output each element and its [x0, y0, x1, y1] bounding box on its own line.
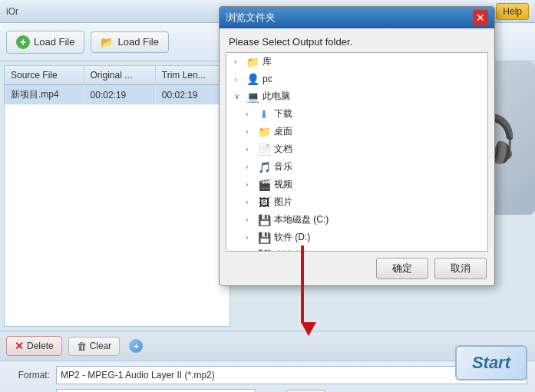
table-row[interactable]: 新项目.mp4 00:02:19 00:02:19 — [5, 85, 230, 105]
add-button[interactable]: + — [129, 339, 143, 353]
add-load-file-button[interactable]: + Load File — [6, 31, 84, 54]
cancel-button[interactable]: 取消 — [434, 258, 487, 279]
cell-original: 00:02:19 — [84, 85, 155, 105]
app-window: iOr Help + Load File 📂 Load File Source … — [0, 0, 535, 392]
downloads-folder-icon: ⬇ — [256, 108, 272, 120]
help-button[interactable]: Help — [496, 3, 529, 20]
tree-item-drive-e[interactable]: › 💾 本地磁盘 (E:) — [226, 246, 487, 252]
tree-item-desktop[interactable]: › 📁 桌面 — [226, 123, 487, 140]
output-input[interactable] — [56, 389, 256, 392]
chevron-icon: › — [246, 163, 256, 171]
person-icon: 👤 — [245, 73, 260, 85]
tree-label-library: 库 — [263, 55, 272, 68]
browse-folder-dialog: 浏览文件夹 ✕ Please Select Output folder. › 📁… — [219, 6, 495, 286]
clear-icon: 🗑 — [77, 341, 87, 352]
drive-d-icon: 💾 — [256, 232, 272, 244]
chevron-icon: › — [246, 127, 256, 136]
load-file-button[interactable]: 📂 Load File — [91, 31, 168, 53]
arrow-shaft — [301, 245, 304, 322]
x-icon: ✕ — [15, 340, 24, 352]
tree-label-drive-d: 软件 (D:) — [274, 231, 310, 244]
tree-label-thispc: 此电脑 — [263, 90, 290, 103]
tree-item-thispc[interactable]: ∨ 💻 此电脑 — [226, 87, 487, 105]
arrow-head — [301, 322, 316, 336]
clear-button[interactable]: 🗑 Clear — [68, 337, 121, 356]
tree-label-desktop: 桌面 — [274, 125, 292, 138]
documents-icon: 📄 — [256, 143, 272, 156]
dialog-title: 浏览文件夹 — [226, 11, 473, 25]
tree-label-pictures: 图片 — [274, 196, 292, 209]
tree-label-pc: pc — [263, 74, 272, 84]
dialog-prompt: Please Select Output folder. — [220, 28, 494, 52]
tree-label-video: 视频 — [274, 178, 292, 191]
chevron-icon: › — [246, 233, 256, 242]
chevron-icon: › — [246, 145, 256, 153]
col-header-source: Source File — [5, 66, 84, 85]
load-file-label-1: Load File — [34, 36, 74, 48]
delete-label: Delete — [27, 341, 54, 351]
tree-item-documents[interactable]: › 📄 文档 — [226, 140, 487, 158]
chevron-icon: › — [234, 75, 245, 84]
desktop-folder-icon: 📁 — [256, 126, 272, 138]
drive-c-icon: 💾 — [256, 214, 272, 226]
col-header-original: Original ... — [84, 66, 155, 85]
cell-source: 新项目.mp4 — [5, 85, 84, 105]
computer-icon: 💻 — [245, 91, 260, 103]
chevron-icon: › — [246, 216, 256, 224]
tree-item-downloads[interactable]: › ⬇ 下载 — [226, 105, 487, 123]
pictures-icon: 🖼 — [256, 196, 272, 209]
format-row: Format: — [8, 366, 527, 384]
chevron-icon: › — [246, 198, 256, 206]
tree-item-video[interactable]: › 🎬 视频 — [226, 176, 487, 193]
dialog-titlebar: 浏览文件夹 ✕ — [220, 7, 494, 28]
load-file-label-2: Load File — [117, 36, 158, 48]
tree-label-drive-c: 本地磁盘 (C:) — [274, 213, 329, 226]
delete-button[interactable]: ✕ Delete — [6, 336, 62, 356]
music-icon: 🎵 — [256, 161, 272, 173]
output-row: Output: 📁 Open — [8, 389, 527, 392]
format-label: Format: — [8, 370, 50, 380]
tree-label-documents: 文档 — [274, 143, 292, 156]
chevron-icon: › — [246, 110, 256, 118]
start-button[interactable]: Start — [455, 345, 527, 380]
clear-label: Clear — [90, 341, 112, 351]
tree-label-music: 音乐 — [274, 160, 292, 173]
dialog-tree[interactable]: › 📁 库 › 👤 pc ∨ 💻 此电脑 › ⬇ 下载 — [226, 52, 488, 252]
tree-item-drive-d[interactable]: › 💾 软件 (D:) — [226, 229, 487, 246]
folder-icon: 📁 — [245, 56, 260, 68]
tree-item-drive-c[interactable]: › 💾 本地磁盘 (C:) — [226, 211, 487, 229]
video-icon: 🎬 — [256, 179, 272, 191]
app-title: iOr — [6, 6, 18, 17]
dialog-close-button[interactable]: ✕ — [473, 10, 488, 25]
output-folder-button[interactable]: 📁 — [262, 389, 280, 392]
load-folder-icon: 📂 — [101, 36, 114, 48]
plus-circle-icon: + — [16, 35, 30, 49]
dialog-actions: 确定 取消 — [220, 252, 494, 285]
tree-label-downloads: 下载 — [274, 107, 292, 120]
chevron-down-icon: ∨ — [234, 92, 245, 100]
tree-item-music[interactable]: › 🎵 音乐 — [226, 158, 487, 176]
chevron-icon: › — [246, 180, 256, 189]
file-table: Source File Original ... Trim Len... 新项目… — [5, 66, 230, 105]
file-table-area: Source File Original ... Trim Len... 新项目… — [4, 65, 230, 327]
tree-item-pictures[interactable]: › 🖼 图片 — [226, 193, 487, 211]
tree-item-library[interactable]: › 📁 库 — [226, 53, 487, 71]
confirm-button[interactable]: 确定 — [376, 258, 428, 279]
tree-item-pc[interactable]: › 👤 pc — [226, 71, 487, 87]
start-btn-area: Start — [455, 345, 527, 380]
chevron-icon: › — [234, 58, 245, 66]
